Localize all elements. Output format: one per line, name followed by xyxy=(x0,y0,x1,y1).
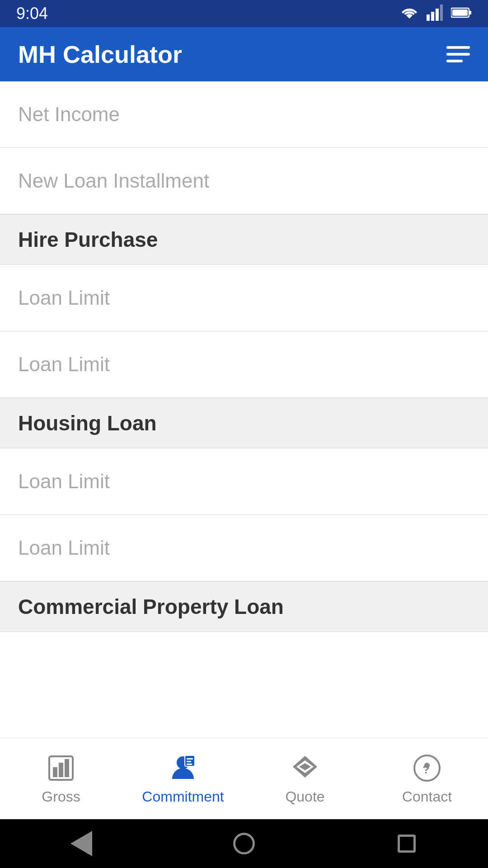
net-income-field[interactable]: Net Income xyxy=(0,81,488,148)
svg-rect-2 xyxy=(436,9,439,21)
back-button[interactable] xyxy=(68,830,95,857)
app-title: MH Calculator xyxy=(18,40,182,68)
hp-loan-limit-1-field[interactable]: Loan Limit xyxy=(0,265,488,331)
commitment-icon xyxy=(167,752,199,784)
hl-loan-limit-2-field[interactable]: Loan Limit xyxy=(0,515,488,581)
net-income-label: Net Income xyxy=(18,103,120,125)
svg-rect-8 xyxy=(53,767,57,777)
signal-icon xyxy=(427,5,443,23)
quote-label: Quote xyxy=(285,788,324,805)
hl-loan-limit-1-label: Loan Limit xyxy=(18,470,110,492)
hp-loan-limit-1-label: Loan Limit xyxy=(18,287,110,309)
svg-rect-6 xyxy=(452,9,468,16)
commercial-property-header: Commercial Property Loan xyxy=(0,581,488,632)
battery-icon xyxy=(451,7,472,20)
nav-item-commitment[interactable]: Commitment xyxy=(122,752,244,805)
nav-item-contact[interactable]: ? Contact xyxy=(366,752,488,805)
hp-loan-limit-2-field[interactable]: Loan Limit xyxy=(0,331,488,398)
svg-text:?: ? xyxy=(422,763,430,776)
hp-loan-limit-2-label: Loan Limit xyxy=(18,353,110,375)
recents-button[interactable] xyxy=(393,830,420,857)
svg-rect-15 xyxy=(187,764,192,765)
bottom-nav: Gross Commitment xyxy=(0,738,488,819)
gross-icon xyxy=(45,752,77,784)
svg-rect-14 xyxy=(187,761,191,762)
nav-item-gross[interactable]: Gross xyxy=(0,752,122,805)
svg-rect-1 xyxy=(431,12,434,21)
commercial-property-title: Commercial Property Loan xyxy=(18,595,284,618)
status-bar: 9:04 xyxy=(0,0,488,27)
contact-label: Contact xyxy=(402,788,452,805)
content-area: Net Income New Loan Installment Hire Pur… xyxy=(0,81,488,738)
svg-rect-5 xyxy=(469,11,471,14)
new-loan-installment-label: New Loan Installment xyxy=(18,170,209,192)
housing-loan-title: Housing Loan xyxy=(18,411,157,435)
svg-rect-10 xyxy=(65,759,69,777)
wifi-icon xyxy=(400,6,418,21)
status-time: 9:04 xyxy=(16,4,48,23)
housing-loan-header: Housing Loan xyxy=(0,398,488,448)
hl-loan-limit-1-field[interactable]: Loan Limit xyxy=(0,448,488,515)
svg-rect-3 xyxy=(440,5,443,21)
home-button[interactable] xyxy=(230,830,258,857)
hire-purchase-header: Hire Purchase xyxy=(0,214,488,265)
app-bar: MH Calculator xyxy=(0,27,488,81)
status-icons xyxy=(400,5,472,23)
hire-purchase-title: Hire Purchase xyxy=(18,228,158,251)
svg-rect-0 xyxy=(427,14,430,21)
svg-rect-13 xyxy=(187,758,193,760)
new-loan-installment-field[interactable]: New Loan Installment xyxy=(0,148,488,214)
contact-icon: ? xyxy=(411,752,443,784)
hl-loan-limit-2-label: Loan Limit xyxy=(18,537,110,559)
android-nav-bar xyxy=(0,819,488,868)
nav-item-quote[interactable]: Quote xyxy=(244,752,366,805)
gross-label: Gross xyxy=(42,788,80,805)
quote-icon xyxy=(289,752,321,784)
commitment-label: Commitment xyxy=(142,788,224,805)
svg-rect-9 xyxy=(59,763,63,777)
menu-button[interactable] xyxy=(446,46,470,62)
